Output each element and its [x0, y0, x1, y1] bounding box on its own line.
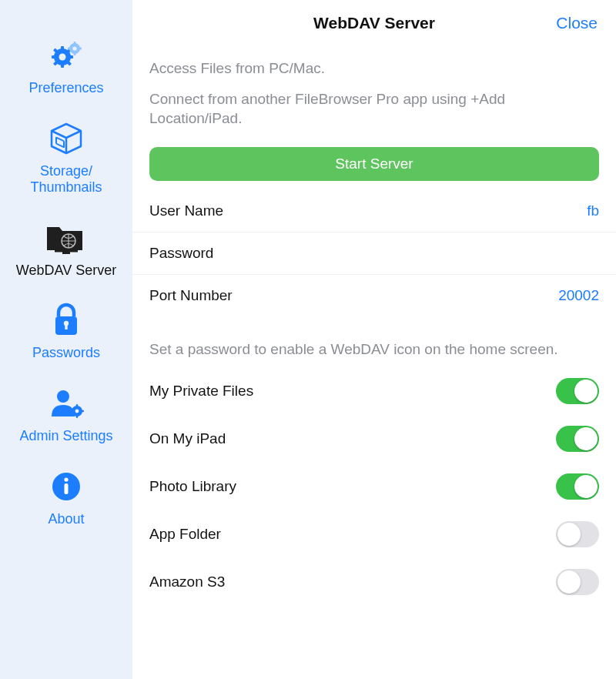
- share-label: On My iPad: [149, 430, 226, 447]
- svg-point-1: [59, 54, 66, 61]
- username-row[interactable]: User Name fb: [132, 190, 616, 232]
- info-icon: [51, 467, 82, 507]
- svg-point-25: [75, 410, 79, 413]
- sidebar-item-label: Preferences: [24, 80, 108, 97]
- password-row[interactable]: Password: [132, 232, 616, 275]
- username-value: fb: [587, 202, 599, 219]
- share-toggle[interactable]: [556, 473, 599, 500]
- intro-text-2: Connect from another FileBrowser Pro app…: [132, 83, 616, 133]
- user-gear-icon: [47, 383, 85, 423]
- svg-rect-19: [62, 252, 70, 254]
- svg-rect-32: [65, 483, 69, 494]
- password-label: Password: [149, 245, 213, 262]
- svg-rect-16: [56, 137, 64, 147]
- svg-rect-15: [79, 48, 82, 50]
- sidebar-item-preferences[interactable]: Preferences: [0, 35, 132, 97]
- content: Access Files from PC/Mac. Connect from a…: [132, 46, 616, 679]
- folder-globe-icon: [44, 218, 89, 258]
- server-settings: User Name fb Password Port Number 20002: [132, 190, 616, 316]
- sidebar-item-label: Passwords: [28, 345, 105, 362]
- share-label: My Private Files: [149, 383, 253, 400]
- username-label: User Name: [149, 202, 223, 219]
- share-toggle[interactable]: [556, 521, 599, 547]
- svg-rect-3: [61, 63, 64, 68]
- svg-rect-5: [69, 55, 73, 59]
- share-toggle[interactable]: [556, 569, 599, 595]
- share-label: Amazon S3: [149, 574, 225, 590]
- svg-rect-2: [61, 46, 64, 51]
- sidebar-item-about[interactable]: About: [0, 467, 132, 528]
- topbar: WebDAV Server Close: [132, 0, 616, 46]
- sidebar-item-label: Storage/ Thumbnails: [25, 163, 106, 196]
- sidebar-item-webdav[interactable]: WebDAV Server: [0, 218, 132, 279]
- password-note: Set a password to enable a WebDAV icon o…: [132, 316, 616, 367]
- svg-rect-14: [68, 48, 71, 50]
- lock-icon: [51, 300, 82, 340]
- share-row-app-folder: App Folder: [132, 510, 616, 558]
- svg-rect-13: [74, 52, 76, 55]
- start-server-button[interactable]: Start Server: [149, 147, 599, 181]
- share-label: Photo Library: [149, 478, 236, 495]
- svg-rect-29: [81, 410, 84, 412]
- sidebar-item-passwords[interactable]: Passwords: [0, 300, 132, 362]
- share-row-photo-library: Photo Library: [132, 463, 616, 510]
- page-title: WebDAV Server: [313, 14, 435, 32]
- svg-rect-28: [70, 410, 73, 412]
- share-row-my-private-files: My Private Files: [132, 367, 616, 415]
- svg-rect-26: [76, 404, 78, 407]
- main-panel: WebDAV Server Close Access Files from PC…: [132, 0, 616, 679]
- svg-point-31: [64, 477, 68, 481]
- sidebar-item-label: About: [43, 511, 89, 528]
- close-button[interactable]: Close: [556, 14, 598, 32]
- port-row[interactable]: Port Number 20002: [132, 275, 616, 316]
- svg-rect-12: [74, 42, 76, 45]
- sidebar-item-admin[interactable]: Admin Settings: [0, 383, 132, 445]
- svg-rect-27: [76, 415, 78, 418]
- box-icon: [47, 119, 85, 159]
- svg-rect-22: [65, 324, 67, 329]
- intro-text-1: Access Files from PC/Mac.: [132, 46, 616, 83]
- sidebar-item-label: Admin Settings: [15, 428, 117, 445]
- sidebar-item-storage[interactable]: Storage/ Thumbnails: [0, 119, 132, 196]
- share-toggle[interactable]: [556, 426, 599, 452]
- share-list: My Private Files On My iPad Photo Librar…: [132, 367, 616, 606]
- sidebar-item-label: WebDAV Server: [12, 263, 121, 279]
- gear-icon: [46, 35, 86, 75]
- svg-point-11: [72, 46, 76, 50]
- svg-rect-4: [52, 55, 56, 59]
- share-row-amazon-s3: Amazon S3: [132, 558, 616, 606]
- share-label: App Folder: [149, 526, 221, 543]
- sidebar: Preferences Storage/ Thumbnails: [0, 0, 132, 679]
- port-label: Port Number: [149, 287, 233, 304]
- share-toggle[interactable]: [556, 378, 599, 404]
- svg-point-23: [57, 390, 69, 403]
- port-value: 20002: [558, 287, 599, 304]
- share-row-on-my-ipad: On My iPad: [132, 415, 616, 463]
